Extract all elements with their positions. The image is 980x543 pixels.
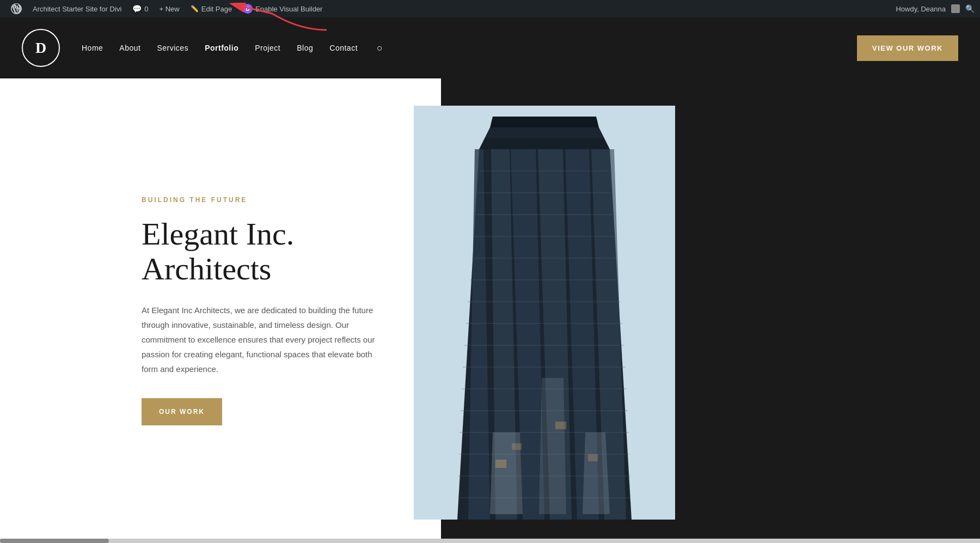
divi-icon: D <box>243 4 253 14</box>
edit-page-label: Edit Page <box>201 5 232 13</box>
nav-project[interactable]: Project <box>255 44 280 52</box>
wp-logo-item[interactable] <box>5 0 27 17</box>
svg-marker-34 <box>490 117 599 127</box>
pencil-icon: ✏️ <box>191 5 199 13</box>
svg-rect-28 <box>495 460 506 468</box>
hero-subtitle: BUILDING THE FUTURE <box>142 196 397 204</box>
admin-bar-right: Howdy, Deanna 🔍 <box>896 4 975 13</box>
svg-rect-31 <box>588 454 598 461</box>
scrollbar-container[interactable] <box>0 539 980 543</box>
hero-left: BUILDING THE FUTURE Elegant Inc. Archite… <box>0 78 441 543</box>
our-work-button[interactable]: OUR WORK <box>142 398 222 425</box>
site-name-label: Architect Starter Site for Divi <box>33 5 121 13</box>
main-content: BUILDING THE FUTURE Elegant Inc. Archite… <box>0 78 980 543</box>
nav-blog[interactable]: Blog <box>297 44 313 52</box>
nav-contact[interactable]: Contact <box>329 44 358 52</box>
site-header: D Home About Services Portfolio Project … <box>0 17 980 78</box>
svg-marker-33 <box>485 127 604 138</box>
site-nav: Home About Services Portfolio Project Bl… <box>82 42 857 54</box>
comments-item[interactable]: 💬 0 <box>127 0 154 17</box>
comments-icon: 💬 <box>132 4 142 13</box>
scrollbar-thumb[interactable] <box>0 539 109 543</box>
svg-marker-32 <box>479 138 610 149</box>
nav-search-icon[interactable]: ○ <box>377 42 383 54</box>
edit-page-item[interactable]: ✏️ Edit Page <box>185 0 237 17</box>
svg-rect-29 <box>512 443 522 450</box>
building-image <box>414 106 675 520</box>
new-item[interactable]: + New <box>154 0 185 17</box>
admin-search-icon[interactable]: 🔍 <box>965 4 975 13</box>
hero-title: Elegant Inc. Architects <box>142 217 397 286</box>
svg-marker-27 <box>583 432 610 514</box>
hero-right <box>441 78 980 543</box>
nav-services[interactable]: Services <box>157 44 188 52</box>
nav-portfolio[interactable]: Portfolio <box>205 44 238 52</box>
nav-about[interactable]: About <box>119 44 140 52</box>
site-logo[interactable]: D <box>22 29 60 67</box>
view-our-work-button[interactable]: VIEW OUR WORK <box>857 35 958 61</box>
hero-description: At Elegant Inc Architects, we are dedica… <box>142 303 381 376</box>
comments-count: 0 <box>144 5 148 13</box>
svg-rect-30 <box>555 422 566 429</box>
logo-letter: D <box>35 39 46 57</box>
admin-bar-left: Architect Starter Site for Divi 💬 0 + Ne… <box>5 0 896 17</box>
nav-home[interactable]: Home <box>82 44 103 52</box>
wp-admin-bar: Architect Starter Site for Divi 💬 0 + Ne… <box>0 0 980 17</box>
user-avatar <box>951 4 960 13</box>
wordpress-icon <box>11 3 22 14</box>
enable-visual-builder-label: Enable Visual Builder <box>255 5 322 13</box>
enable-visual-builder-item[interactable]: D Enable Visual Builder <box>237 0 328 17</box>
new-label: + New <box>160 5 180 13</box>
svg-marker-26 <box>539 378 566 514</box>
howdy-label: Howdy, Deanna <box>896 5 946 13</box>
site-name-item[interactable]: Architect Starter Site for Divi <box>27 0 127 17</box>
